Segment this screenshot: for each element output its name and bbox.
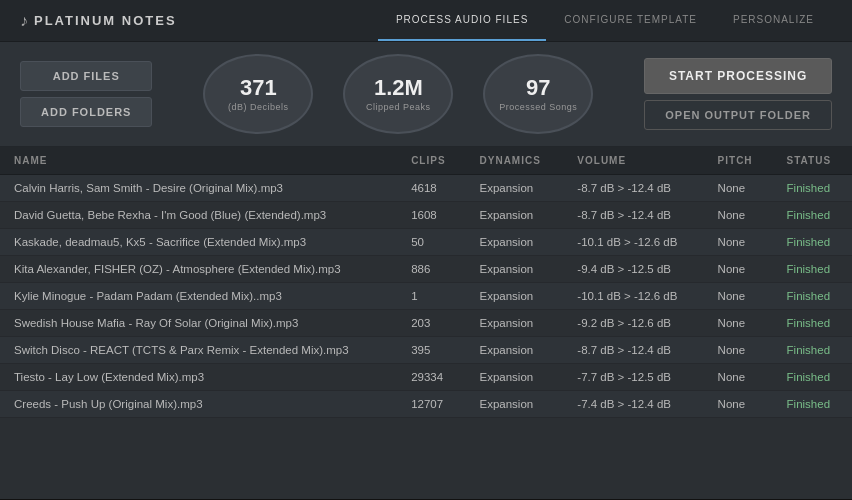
cell-volume: -7.4 dB > -12.4 dB bbox=[563, 391, 703, 418]
cell-volume: -9.2 dB > -12.6 dB bbox=[563, 310, 703, 337]
cell-name: Switch Disco - REACT (TCTS & Parx Remix … bbox=[0, 337, 397, 364]
files-table: NAMECLIPSDYNAMICSVOLUMEPITCHSTATUS Calvi… bbox=[0, 147, 852, 418]
stat-circle: 371 (dB) Decibels bbox=[203, 54, 313, 134]
cell-dynamics: Expansion bbox=[466, 310, 564, 337]
cell-volume: -8.7 dB > -12.4 dB bbox=[563, 337, 703, 364]
action-buttons: START PROCESSING OPEN OUTPUT FOLDER bbox=[644, 58, 832, 130]
cell-dynamics: Expansion bbox=[466, 256, 564, 283]
table-header: NAMECLIPSDYNAMICSVOLUMEPITCHSTATUS bbox=[0, 147, 852, 175]
stat-label: Clipped Peaks bbox=[366, 102, 431, 112]
cell-clips: 203 bbox=[397, 310, 465, 337]
stat-value: 1.2M bbox=[374, 77, 423, 99]
cell-status: Finished bbox=[773, 175, 852, 202]
cell-clips: 29334 bbox=[397, 364, 465, 391]
cell-status: Finished bbox=[773, 283, 852, 310]
cell-pitch: None bbox=[704, 229, 773, 256]
main-content: NAMECLIPSDYNAMICSVOLUMEPITCHSTATUS Calvi… bbox=[0, 147, 852, 499]
add-folders-button[interactable]: ADD FOLDERS bbox=[20, 97, 152, 127]
open-output-button[interactable]: OPEN OUTPUT FOLDER bbox=[644, 100, 832, 130]
cell-pitch: None bbox=[704, 256, 773, 283]
add-buttons: ADD FILES ADD FOLDERS bbox=[20, 61, 152, 127]
cell-status: Finished bbox=[773, 202, 852, 229]
cell-volume: -10.1 dB > -12.6 dB bbox=[563, 283, 703, 310]
cell-pitch: None bbox=[704, 175, 773, 202]
table-row[interactable]: Switch Disco - REACT (TCTS & Parx Remix … bbox=[0, 337, 852, 364]
cell-status: Finished bbox=[773, 310, 852, 337]
header: ♪ PLATINUM NOTES PROCESS AUDIO FILESCONF… bbox=[0, 0, 852, 42]
table-row[interactable]: Kaskade, deadmau5, Kx5 - Sacrifice (Exte… bbox=[0, 229, 852, 256]
logo-text: PLATINUM NOTES bbox=[34, 13, 177, 28]
cell-status: Finished bbox=[773, 364, 852, 391]
cell-volume: -8.7 dB > -12.4 dB bbox=[563, 175, 703, 202]
col-header-pitch: PITCH bbox=[704, 147, 773, 175]
cell-name: Kaskade, deadmau5, Kx5 - Sacrifice (Exte… bbox=[0, 229, 397, 256]
cell-pitch: None bbox=[704, 364, 773, 391]
cell-volume: -10.1 dB > -12.6 dB bbox=[563, 229, 703, 256]
table-row[interactable]: Calvin Harris, Sam Smith - Desire (Origi… bbox=[0, 175, 852, 202]
cell-status: Finished bbox=[773, 256, 852, 283]
cell-dynamics: Expansion bbox=[466, 283, 564, 310]
cell-volume: -8.7 dB > -12.4 dB bbox=[563, 202, 703, 229]
cell-dynamics: Expansion bbox=[466, 175, 564, 202]
cell-name: Calvin Harris, Sam Smith - Desire (Origi… bbox=[0, 175, 397, 202]
cell-name: Swedish House Mafia - Ray Of Solar (Orig… bbox=[0, 310, 397, 337]
table-body: Calvin Harris, Sam Smith - Desire (Origi… bbox=[0, 175, 852, 418]
table-row[interactable]: Swedish House Mafia - Ray Of Solar (Orig… bbox=[0, 310, 852, 337]
cell-volume: -7.7 dB > -12.5 dB bbox=[563, 364, 703, 391]
table-row[interactable]: David Guetta, Bebe Rexha - I'm Good (Blu… bbox=[0, 202, 852, 229]
stat-label: (dB) Decibels bbox=[228, 102, 289, 112]
nav-tab-configure-template[interactable]: CONFIGURE TEMPLATE bbox=[546, 0, 715, 41]
stat-value: 97 bbox=[526, 77, 550, 99]
table-row[interactable]: Tiesto - Lay Low (Extended Mix).mp329334… bbox=[0, 364, 852, 391]
cell-pitch: None bbox=[704, 202, 773, 229]
cell-name: Tiesto - Lay Low (Extended Mix).mp3 bbox=[0, 364, 397, 391]
cell-name: David Guetta, Bebe Rexha - I'm Good (Blu… bbox=[0, 202, 397, 229]
stat-value: 371 bbox=[240, 77, 277, 99]
col-header-clips: CLIPS bbox=[397, 147, 465, 175]
cell-pitch: None bbox=[704, 283, 773, 310]
start-processing-button[interactable]: START PROCESSING bbox=[644, 58, 832, 94]
cell-clips: 12707 bbox=[397, 391, 465, 418]
stats-area: 371 (dB) Decibels1.2M Clipped Peaks97 Pr… bbox=[168, 54, 628, 134]
toolbar: ADD FILES ADD FOLDERS 371 (dB) Decibels1… bbox=[0, 42, 852, 147]
cell-clips: 395 bbox=[397, 337, 465, 364]
cell-pitch: None bbox=[704, 337, 773, 364]
cell-status: Finished bbox=[773, 337, 852, 364]
logo: ♪ PLATINUM NOTES bbox=[20, 12, 177, 30]
col-header-volume: VOLUME bbox=[563, 147, 703, 175]
cell-status: Finished bbox=[773, 229, 852, 256]
nav-tab-personalize[interactable]: PERSONALIZE bbox=[715, 0, 832, 41]
cell-dynamics: Expansion bbox=[466, 364, 564, 391]
cell-dynamics: Expansion bbox=[466, 337, 564, 364]
nav-tab-process-audio-files[interactable]: PROCESS AUDIO FILES bbox=[378, 0, 546, 41]
cell-clips: 1608 bbox=[397, 202, 465, 229]
table-row[interactable]: Kita Alexander, FISHER (OZ) - Atmosphere… bbox=[0, 256, 852, 283]
cell-status: Finished bbox=[773, 391, 852, 418]
table-row[interactable]: Kylie Minogue - Padam Padam (Extended Mi… bbox=[0, 283, 852, 310]
cell-clips: 50 bbox=[397, 229, 465, 256]
table-container[interactable]: NAMECLIPSDYNAMICSVOLUMEPITCHSTATUS Calvi… bbox=[0, 147, 852, 499]
cell-pitch: None bbox=[704, 310, 773, 337]
cell-volume: -9.4 dB > -12.5 dB bbox=[563, 256, 703, 283]
table-row[interactable]: Creeds - Push Up (Original Mix).mp312707… bbox=[0, 391, 852, 418]
cell-clips: 886 bbox=[397, 256, 465, 283]
col-header-name: NAME bbox=[0, 147, 397, 175]
cell-pitch: None bbox=[704, 391, 773, 418]
cell-name: Kylie Minogue - Padam Padam (Extended Mi… bbox=[0, 283, 397, 310]
add-files-button[interactable]: ADD FILES bbox=[20, 61, 152, 91]
stat-label: Processed Songs bbox=[499, 102, 577, 112]
cell-dynamics: Expansion bbox=[466, 391, 564, 418]
cell-name: Creeds - Push Up (Original Mix).mp3 bbox=[0, 391, 397, 418]
cell-dynamics: Expansion bbox=[466, 229, 564, 256]
stat-circle: 97 Processed Songs bbox=[483, 54, 593, 134]
stat-circle: 1.2M Clipped Peaks bbox=[343, 54, 453, 134]
nav-tabs: PROCESS AUDIO FILESCONFIGURE TEMPLATEPER… bbox=[378, 0, 832, 41]
cell-clips: 4618 bbox=[397, 175, 465, 202]
cell-dynamics: Expansion bbox=[466, 202, 564, 229]
cell-name: Kita Alexander, FISHER (OZ) - Atmosphere… bbox=[0, 256, 397, 283]
logo-icon: ♪ bbox=[20, 12, 28, 30]
col-header-dynamics: DYNAMICS bbox=[466, 147, 564, 175]
cell-clips: 1 bbox=[397, 283, 465, 310]
col-header-status: STATUS bbox=[773, 147, 852, 175]
